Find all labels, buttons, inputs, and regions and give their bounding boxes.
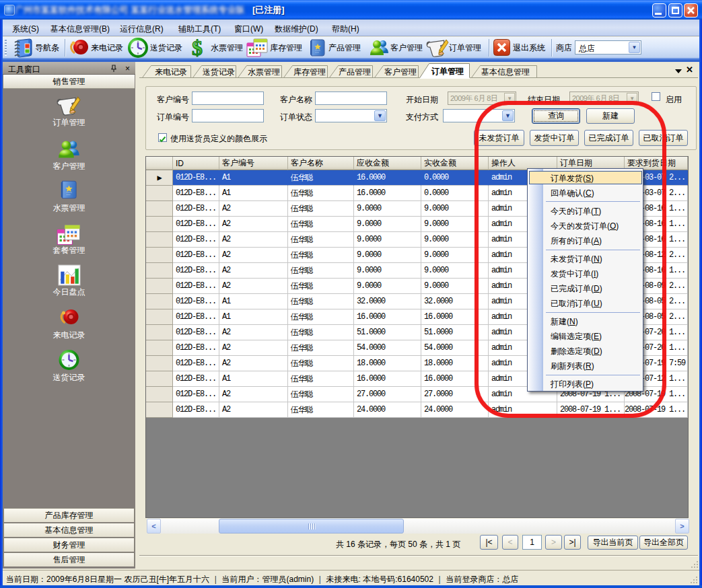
svg-text:$: $: [192, 37, 203, 59]
